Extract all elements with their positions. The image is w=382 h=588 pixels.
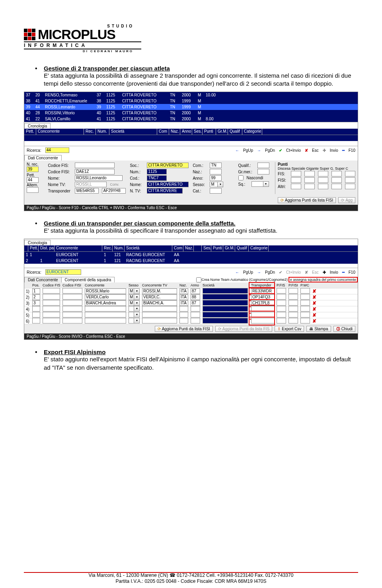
aggiorna-fisi-button[interactable]: ⟳Aggiorna Punti da lista FISI <box>278 197 336 203</box>
section-1-title: Gestione di 2 transponder per ciascun at… <box>44 65 170 72</box>
delete-icon[interactable]: ✘ <box>312 312 316 318</box>
aggiorna-fis-button: ⟳Aggiorna Punti da lista FIS <box>215 326 272 332</box>
anno-label: Anno: <box>193 176 207 180</box>
table-row[interactable]: 4122SALVI,Camillo411125CITTA ROVERETOTN2… <box>24 116 358 122</box>
table-row[interactable]: 3944ROSSI,Leonardo391125CITTA ROVERETOTN… <box>24 104 358 110</box>
nascondi-checkbox[interactable] <box>238 175 244 180</box>
cat-input[interactable] <box>210 188 222 194</box>
section-2: Gestione di un transponder per ciascun c… <box>35 220 358 235</box>
num-label: Num.: <box>130 170 144 174</box>
com-input[interactable]: TN <box>210 163 222 168</box>
pgdn-icon[interactable]: → <box>257 148 261 153</box>
grmer-label: Gr.mer.: <box>238 170 254 174</box>
codfis-label: Codice FIS: <box>48 163 72 168</box>
esc-icon[interactable]: ✘ <box>305 148 308 153</box>
ntv-label: N. TV: <box>130 189 144 193</box>
tab-dati-concorrente[interactable]: Dati Concorrente <box>24 155 62 161</box>
pgdn-icon[interactable]: → <box>257 270 261 274</box>
qualif-input[interactable] <box>257 163 269 168</box>
nrec-label: N. rec. <box>27 162 44 167</box>
nometv-label: Nome TV: <box>48 182 72 187</box>
cod-label: Cod.: <box>130 176 144 180</box>
invio-icon[interactable]: ✚ <box>323 270 326 274</box>
f10-icon[interactable]: ━ <box>342 270 345 274</box>
nometv-input[interactable]: ROSSI,L <box>75 182 107 187</box>
table-row[interactable]: 3841ROCCHETTI,Emanuele381125CITTA ROVERE… <box>24 98 358 104</box>
ntv-input[interactable]: CITTA ROVERE <box>147 188 183 194</box>
delete-icon[interactable]: ✘ <box>312 300 316 306</box>
soc-input[interactable]: CITTA ROVERETO <box>147 163 189 168</box>
section-2-title: Gestione di un transponder per ciascun c… <box>44 220 236 227</box>
tab-componenti[interactable]: Componenti della squadra <box>61 277 115 282</box>
anno-input[interactable]: 99 <box>210 175 222 181</box>
ctinvio-icon[interactable]: ✔ <box>279 148 282 153</box>
nome2-input[interactable]: CITTA ROVERETO <box>147 182 189 187</box>
delete-icon[interactable]: ✘ <box>312 318 316 324</box>
nrec-input[interactable]: 39 <box>27 167 39 172</box>
sesso-select[interactable]: M▾ <box>210 182 223 187</box>
num-input[interactable]: 1125 <box>147 169 167 174</box>
refresh-icon: ⟳ <box>218 327 221 331</box>
cat-label: Cat.: <box>193 189 207 193</box>
punti-title: Punti <box>278 162 355 167</box>
screenshot-staffetta: Cronologia Pett.Dist. par.ConcorrenteRec… <box>24 239 358 340</box>
fis-label: FIS: <box>278 172 288 176</box>
grmer-input[interactable] <box>257 169 269 174</box>
agg-button: ⟳Agg <box>338 197 355 203</box>
codfis-input[interactable] <box>75 163 115 168</box>
delete-icon[interactable]: ✘ <box>312 294 316 300</box>
chiudi-button[interactable]: ⏼Chiudi <box>333 326 355 332</box>
refresh-icon: ⟳ <box>158 327 161 331</box>
tab-cronologia-2[interactable]: Cronologia <box>24 240 51 245</box>
transp2-input[interactable]: AF29YH8 <box>102 188 126 194</box>
table-row[interactable]: 4028ROSSINI,Vittorio401125CITTA ROVERETO… <box>24 110 358 116</box>
section-3-body: E' stato aggiunto nell'export Matrix FIS… <box>44 356 351 370</box>
ricerca-input-2[interactable]: EUROCENT <box>45 269 81 275</box>
ricerca-label-2: Ricerca: <box>27 270 41 274</box>
naz-input[interactable] <box>210 169 222 174</box>
exit-icon: ⏼ <box>336 327 340 331</box>
sesso-label: Sesso: <box>193 182 207 187</box>
logo: STUDIO MICROPLUS INFORMATICA DI CEDRANI … <box>24 24 141 53</box>
phone-icon: ☎ <box>170 572 175 578</box>
section-2-body: E' stata aggiunta la possibilità di spec… <box>44 227 277 234</box>
componente-row[interactable]: 6)▾✘ <box>24 318 358 324</box>
nome-input[interactable]: ROSSI,Leonardo <box>75 175 123 181</box>
ricerca-input[interactable]: 44 <box>45 147 69 153</box>
aggiorna-fisi-button-2[interactable]: ⟳Aggiorna Punti da lista FISI <box>155 326 213 332</box>
transp1-input[interactable]: WE54RS5 <box>75 188 99 194</box>
altri-label: Altri: <box>278 184 288 189</box>
sq-select[interactable]: ▾ <box>251 181 269 187</box>
table-row[interactable]: 21EUROCENT1121RACING EUROCENTAA <box>24 258 358 264</box>
fisi-label: FISI: <box>278 178 288 182</box>
qualif-label: Qualif.: <box>238 163 254 168</box>
footer-addr: Via Marconi, 61 - 12030 Marene (CN) <box>89 572 170 578</box>
naz-label: Naz.: <box>193 170 207 174</box>
transp-label: Transponder <box>48 189 72 193</box>
pett-input[interactable]: 44 <box>27 177 39 183</box>
altern-label: Altern. <box>27 183 44 187</box>
search-nav-bar: Ricerca: 44 ←PgUp →PgDn ✔Ct+Invio ✘Esc ✚… <box>24 146 358 154</box>
pgup-icon[interactable]: ← <box>235 148 239 153</box>
crea-nome-checkbox[interactable] <box>196 277 201 282</box>
section-1-body: E' stata aggiunta la possibilità di asse… <box>44 72 351 87</box>
altern-input[interactable] <box>27 187 39 193</box>
delete-icon[interactable]: ✘ <box>312 288 316 294</box>
logo-brand: MICROPLUS <box>38 28 115 41</box>
tab-cronologia[interactable]: Cronologia <box>24 123 51 129</box>
export-csv-button[interactable]: ⇪Export Csv <box>275 326 304 332</box>
table-row[interactable]: 11EUROCENT1121RACING EUROCENTAA <box>24 252 358 258</box>
nome2-label: Nome: <box>130 182 144 187</box>
stampa-button[interactable]: 🖶Stampa <box>306 326 331 332</box>
conv-label: Conv. <box>110 182 119 186</box>
refresh-icon: ⟳ <box>341 198 344 202</box>
pgup-icon[interactable]: ← <box>235 270 239 274</box>
table-row[interactable]: 3720RENSO,Tommaso371125CITTA ROVERETOTN2… <box>24 92 358 98</box>
tab-dati-concorrente-2[interactable]: Dati Concorrente <box>24 277 62 282</box>
f10-icon[interactable]: ━ <box>342 148 345 153</box>
codfisi-input[interactable]: DAE1Z <box>75 169 115 174</box>
delete-icon[interactable]: ✘ <box>312 306 316 312</box>
page-footer: Via Marconi, 61 - 12030 Marene (CN) ☎ 01… <box>0 572 382 584</box>
section-3-title: Export FISI Alpinismo <box>44 349 105 355</box>
cod-input[interactable]: TNC7 <box>147 175 167 181</box>
